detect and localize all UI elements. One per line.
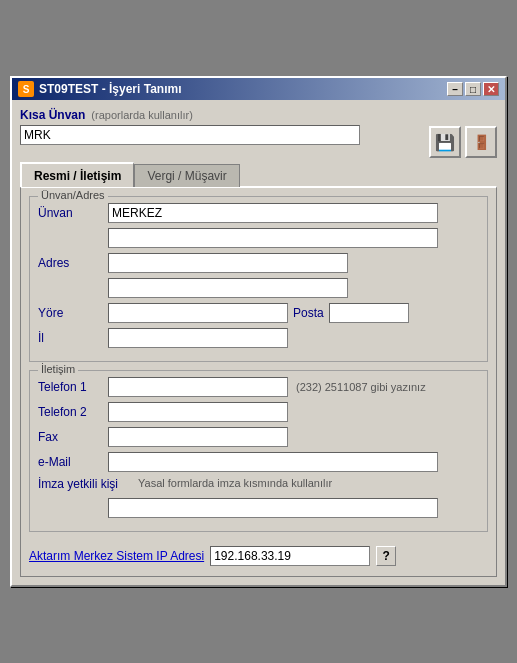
unvan-adres-group: Ünvan/Adres Ünvan Adres — [29, 196, 488, 362]
adres-row-1: Adres — [38, 253, 479, 273]
title-bar: S ST09TEST - İşyeri Tanımı – □ ✕ — [12, 78, 505, 100]
fax-input[interactable] — [108, 427, 288, 447]
kisa-unvan-header: Kısa Ünvan (raporlarda kullanılır) — [20, 108, 429, 122]
window-icon: S — [18, 81, 34, 97]
telefon2-input[interactable] — [108, 402, 288, 422]
yore-input[interactable] — [108, 303, 288, 323]
window-body: Kısa Ünvan (raporlarda kullanılır) 💾 🚪 R… — [12, 100, 505, 585]
unvan-label: Ünvan — [38, 206, 108, 220]
unvan-input2[interactable] — [108, 228, 438, 248]
save-button[interactable]: 💾 — [429, 126, 461, 158]
unvan-adres-label: Ünvan/Adres — [38, 189, 108, 201]
tabs: Resmi / İletişim Vergi / Müşavir — [20, 164, 497, 187]
window-title: ST09TEST - İşyeri Tanımı — [39, 82, 182, 96]
imza-row: İmza yetkili kişi Yasal formlarda imza k… — [38, 477, 479, 493]
kisa-unvan-input[interactable] — [20, 125, 360, 145]
main-window: S ST09TEST - İşyeri Tanımı – □ ✕ Kısa Ün… — [10, 76, 507, 587]
minimize-button[interactable]: – — [447, 82, 463, 96]
ip-label[interactable]: Aktarım Merkez Sistem IP Adresi — [29, 549, 204, 563]
maximize-button[interactable]: □ — [465, 82, 481, 96]
toolbar-buttons: 💾 🚪 — [429, 126, 497, 158]
telefon1-input[interactable] — [108, 377, 288, 397]
fax-label: Fax — [38, 430, 108, 444]
unvan-row-1: Ünvan — [38, 203, 479, 223]
yore-row: Yöre Posta — [38, 303, 479, 323]
il-input[interactable] — [108, 328, 288, 348]
tab-vergi-musavir[interactable]: Vergi / Müşavir — [134, 164, 239, 187]
save-icon: 💾 — [435, 133, 455, 152]
title-buttons: – □ ✕ — [447, 82, 499, 96]
help-button[interactable]: ? — [376, 546, 396, 566]
close-button[interactable]: ✕ — [483, 82, 499, 96]
telefon2-label: Telefon 2 — [38, 405, 108, 419]
imza-hint: Yasal formlarda imza kısmında kullanılır — [138, 477, 479, 489]
iletisim-label: İletişim — [38, 363, 78, 375]
fax-row: Fax — [38, 427, 479, 447]
telefon2-row: Telefon 2 — [38, 402, 479, 422]
tab-resmi-iletisim[interactable]: Resmi / İletişim — [20, 162, 134, 187]
il-row: İl — [38, 328, 479, 348]
adres-input2[interactable] — [108, 278, 348, 298]
telefon1-label: Telefon 1 — [38, 380, 108, 394]
kisa-unvan-hint: (raporlarda kullanılır) — [91, 109, 192, 121]
adres-label: Adres — [38, 256, 108, 270]
tab-content: Ünvan/Adres Ünvan Adres — [20, 186, 497, 577]
ip-section: Aktarım Merkez Sistem IP Adresi ? — [29, 540, 488, 568]
telefon1-hint: (232) 2511087 gibi yazınız — [296, 381, 426, 393]
unvan-row-2 — [38, 228, 479, 248]
il-label: İl — [38, 331, 108, 345]
adres-input1[interactable] — [108, 253, 348, 273]
iletisim-group: İletişim Telefon 1 (232) 2511087 gibi ya… — [29, 370, 488, 532]
ip-input[interactable] — [210, 546, 370, 566]
top-row: Kısa Ünvan (raporlarda kullanılır) 💾 🚪 — [20, 108, 497, 158]
imza-label: İmza yetkili kişi — [38, 477, 138, 493]
kisa-unvan-label: Kısa Ünvan — [20, 108, 85, 122]
email-row: e-Mail — [38, 452, 479, 472]
kisa-unvan-section: Kısa Ünvan (raporlarda kullanılır) — [20, 108, 429, 145]
exit-icon: 🚪 — [473, 134, 490, 150]
exit-button[interactable]: 🚪 — [465, 126, 497, 158]
email-label: e-Mail — [38, 455, 108, 469]
imza-input[interactable] — [108, 498, 438, 518]
telefon1-row: Telefon 1 (232) 2511087 gibi yazınız — [38, 377, 479, 397]
posta-label: Posta — [293, 306, 324, 320]
adres-row-2 — [38, 278, 479, 298]
posta-input[interactable] — [329, 303, 409, 323]
imza-input-row — [38, 498, 479, 518]
unvan-input[interactable] — [108, 203, 438, 223]
email-input[interactable] — [108, 452, 438, 472]
yore-label: Yöre — [38, 306, 108, 320]
